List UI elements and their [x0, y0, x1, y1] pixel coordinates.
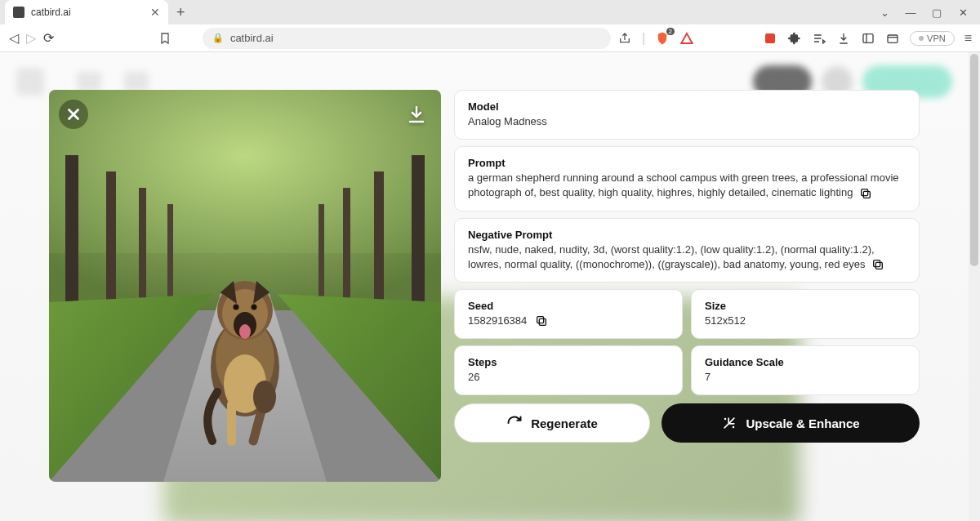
sparkle-arrow-icon — [721, 415, 737, 431]
upscale-button[interactable]: Upscale & Enhance — [662, 403, 920, 443]
brave-triangle-icon[interactable] — [679, 31, 694, 46]
steps-value: 26 — [468, 370, 669, 385]
back-button[interactable]: ◁ — [8, 29, 19, 47]
seed-card: Seed 1582916384 — [454, 289, 683, 339]
svg-rect-34 — [540, 318, 546, 325]
upscale-label: Upscale & Enhance — [746, 416, 859, 430]
svg-rect-0 — [765, 33, 775, 43]
copy-icon — [859, 187, 872, 200]
close-icon — [65, 105, 82, 123]
regenerate-label: Regenerate — [531, 416, 598, 430]
generated-image-panel — [49, 90, 441, 482]
brave-shield-icon[interactable] — [655, 31, 670, 46]
prompt-card: Prompt a german shepherd running around … — [454, 146, 920, 211]
svg-rect-33 — [874, 260, 880, 267]
download-image-button[interactable] — [402, 100, 431, 129]
svg-rect-35 — [537, 317, 544, 323]
steps-label: Steps — [468, 356, 669, 368]
download-icon[interactable] — [836, 31, 851, 46]
new-tab-button[interactable]: + — [176, 4, 185, 21]
browser-toolbar: ◁ ▷ ⟳ 🔒 catbird.ai | — [0, 24, 980, 52]
guidance-card: Guidance Scale 7 — [691, 345, 920, 395]
svg-rect-31 — [862, 189, 868, 196]
menu-icon[interactable]: ≡ — [964, 31, 972, 46]
svg-point-25 — [234, 305, 239, 310]
size-card: Size 512x512 — [691, 289, 920, 339]
svg-point-37 — [733, 426, 735, 429]
copy-icon — [535, 314, 548, 327]
model-label: Model — [468, 100, 906, 113]
prompt-label: Prompt — [468, 157, 906, 169]
copy-icon — [871, 258, 884, 271]
tab-favicon — [13, 7, 24, 18]
regenerate-button[interactable]: Regenerate — [454, 403, 650, 443]
svg-point-26 — [252, 305, 257, 310]
generated-image — [49, 90, 441, 482]
model-value: Analog Madness — [468, 114, 906, 129]
address-bar[interactable]: 🔒 catbird.ai — [203, 28, 611, 49]
svg-rect-27 — [227, 400, 236, 446]
svg-point-24 — [239, 324, 251, 339]
tab-title: catbird.ai — [31, 7, 144, 18]
negative-text: nsfw, nude, naked, nudity, 3d, (worst qu… — [468, 243, 875, 270]
negative-value: nsfw, nude, naked, nudity, 3d, (worst qu… — [468, 243, 906, 272]
scrollbar[interactable] — [969, 52, 980, 521]
guidance-value: 7 — [705, 370, 906, 385]
model-card: Model Analog Madness — [454, 90, 920, 140]
close-window-icon[interactable]: ✕ — [957, 7, 969, 19]
vpn-status-dot — [919, 36, 924, 41]
url-text: catbird.ai — [230, 32, 274, 44]
download-icon — [407, 105, 426, 124]
seed-label: Seed — [468, 300, 669, 312]
copy-prompt-button[interactable] — [859, 187, 872, 200]
prompt-value: a german shepherd running around a schoo… — [468, 171, 906, 200]
bookmark-icon[interactable] — [158, 29, 172, 47]
size-value: 512x512 — [705, 314, 906, 328]
copy-negative-button[interactable] — [871, 258, 884, 271]
browser-titlebar: catbird.ai ✕ + ⌄ — ▢ ✕ — [0, 0, 980, 24]
maximize-icon[interactable]: ▢ — [931, 7, 942, 19]
minimize-icon[interactable]: — — [905, 7, 916, 19]
vpn-button[interactable]: VPN — [910, 31, 955, 46]
tab-close-icon[interactable]: ✕ — [150, 6, 160, 19]
close-modal-button[interactable] — [59, 100, 88, 129]
negative-label: Negative Prompt — [468, 229, 906, 241]
playlist-icon[interactable] — [812, 31, 826, 46]
page-content: Model Analog Madness Prompt a german she… — [0, 52, 980, 521]
size-label: Size — [705, 300, 906, 312]
prompt-text: a german shepherd running around a schoo… — [468, 171, 899, 198]
sidebar-icon[interactable] — [861, 31, 875, 46]
lock-icon: 🔒 — [212, 33, 224, 43]
svg-rect-32 — [875, 263, 882, 269]
steps-card: Steps 26 — [454, 345, 683, 395]
svg-rect-2 — [888, 35, 898, 42]
forward-button: ▷ — [25, 29, 36, 47]
image-details-modal: Model Analog Madness Prompt a german she… — [49, 90, 920, 482]
chevron-down-icon[interactable]: ⌄ — [879, 7, 890, 19]
svg-rect-1 — [863, 33, 873, 42]
copy-seed-button[interactable] — [535, 314, 548, 327]
refresh-icon — [506, 415, 523, 431]
wallet-icon[interactable] — [885, 31, 900, 46]
seed-value: 1582916384 — [468, 314, 527, 328]
svg-point-36 — [724, 418, 727, 421]
vpn-label: VPN — [927, 33, 946, 43]
scroll-thumb[interactable] — [970, 54, 978, 266]
extensions-icon[interactable] — [787, 31, 802, 46]
browser-tab[interactable]: catbird.ai ✕ — [5, 0, 168, 24]
reload-button[interactable]: ⟳ — [43, 29, 54, 47]
window-controls: ⌄ — ▢ ✕ — [879, 7, 980, 19]
share-icon[interactable] — [617, 31, 632, 46]
todoist-icon[interactable] — [763, 31, 777, 46]
svg-point-29 — [253, 381, 276, 413]
details-panel: Model Analog Madness Prompt a german she… — [454, 90, 920, 482]
negative-prompt-card: Negative Prompt nsfw, nude, naked, nudit… — [454, 218, 920, 283]
guidance-label: Guidance Scale — [705, 356, 906, 368]
svg-rect-30 — [863, 191, 870, 198]
